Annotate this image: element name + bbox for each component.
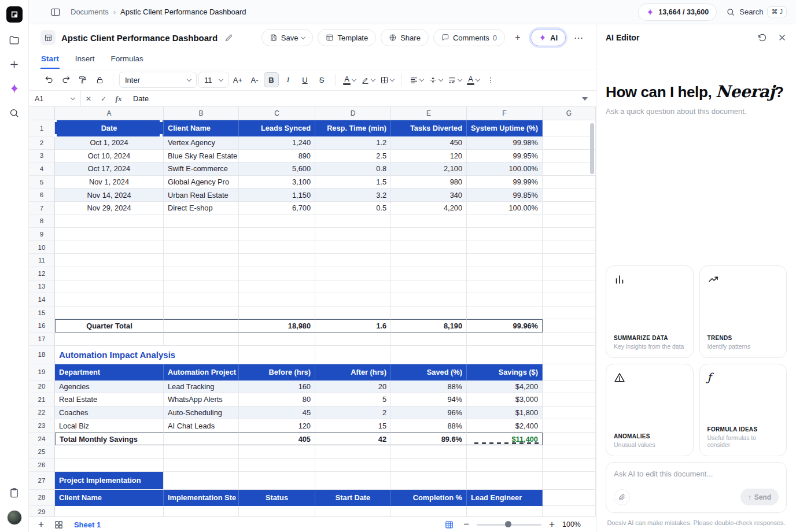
- sidebar-toggle-icon[interactable]: [49, 5, 62, 19]
- cell-E25[interactable]: [391, 445, 467, 459]
- cell-F11[interactable]: [467, 254, 543, 267]
- row-header-10[interactable]: 10: [29, 241, 55, 254]
- cell-A25[interactable]: [55, 445, 164, 459]
- cell-F17[interactable]: [467, 332, 543, 346]
- row-header-1[interactable]: 1: [29, 120, 55, 136]
- cell-E1[interactable]: Tasks Diverted: [391, 120, 467, 136]
- row-header-28[interactable]: 28: [29, 490, 55, 506]
- cell-D2[interactable]: 1.2: [315, 136, 391, 150]
- cell-G12[interactable]: [543, 267, 596, 280]
- cell-B9[interactable]: [164, 228, 239, 241]
- cell-D7[interactable]: 0.5: [315, 202, 391, 215]
- cell-A19[interactable]: Department: [55, 364, 164, 380]
- cell-G19[interactable]: [543, 364, 596, 380]
- row-header-25[interactable]: 25: [29, 445, 55, 459]
- text-wrap-button[interactable]: [446, 72, 463, 87]
- add-button[interactable]: +: [510, 29, 526, 46]
- cell-B6[interactable]: Urban Real Estate: [164, 189, 239, 202]
- cell-E7[interactable]: 4,200: [391, 202, 467, 215]
- cell-F21[interactable]: $3,000: [467, 393, 543, 407]
- row-header-22[interactable]: 22: [29, 407, 55, 420]
- cell-E21[interactable]: 94%: [391, 393, 467, 407]
- cell-A28[interactable]: Client Name: [55, 490, 164, 506]
- cell-G15[interactable]: [543, 306, 596, 320]
- grid-view-icon[interactable]: [442, 518, 456, 531]
- attachment-icon[interactable]: [614, 489, 630, 505]
- cell-A21[interactable]: Real Estate: [55, 393, 164, 407]
- cell-B8[interactable]: [164, 215, 239, 228]
- cell-D21[interactable]: 5: [315, 393, 391, 407]
- cell-A26[interactable]: [55, 459, 164, 472]
- cell-F25[interactable]: [467, 445, 543, 459]
- cell-G2[interactable]: [543, 136, 596, 150]
- row-header-5[interactable]: 5: [29, 176, 55, 189]
- cell-F5[interactable]: 99.99%: [467, 176, 543, 189]
- cell-F27[interactable]: [467, 472, 543, 490]
- cell-G8[interactable]: [543, 215, 596, 228]
- cell-F26[interactable]: [467, 459, 543, 472]
- cell-B7[interactable]: Direct E-shop: [164, 202, 239, 215]
- column-header-B[interactable]: B: [164, 107, 239, 120]
- cell-E16[interactable]: 8,190: [391, 319, 467, 332]
- row-header-15[interactable]: 15: [29, 306, 55, 320]
- files-icon[interactable]: [8, 33, 21, 47]
- cell-D29[interactable]: [315, 506, 391, 516]
- cell-E15[interactable]: [391, 306, 467, 320]
- cell-G25[interactable]: [543, 445, 596, 459]
- cell-C2[interactable]: 1,240: [239, 136, 315, 150]
- cell-B16[interactable]: [164, 319, 239, 332]
- cell-D8[interactable]: [315, 215, 391, 228]
- cell-E14[interactable]: [391, 293, 467, 306]
- row-header-19[interactable]: 19: [29, 364, 55, 380]
- cell-B26[interactable]: [164, 459, 239, 472]
- cell-A16[interactable]: Quarter Total: [55, 319, 164, 332]
- cell-B17[interactable]: [164, 332, 239, 346]
- vertical-scrollbar[interactable]: [590, 123, 594, 174]
- template-button[interactable]: Template: [318, 29, 376, 46]
- cell-G10[interactable]: [543, 241, 596, 254]
- share-button[interactable]: Share: [381, 29, 429, 46]
- formula-input[interactable]: Date: [133, 94, 149, 103]
- cell-C11[interactable]: [239, 254, 315, 267]
- row-header-13[interactable]: 13: [29, 280, 55, 294]
- cell-G21[interactable]: [543, 393, 596, 407]
- cell-C16[interactable]: 18,980: [239, 319, 315, 332]
- row-header-20[interactable]: 20: [29, 380, 55, 394]
- cell-reference-box[interactable]: A1: [29, 91, 81, 106]
- row-header-4[interactable]: 4: [29, 162, 55, 176]
- cell-E3[interactable]: 120: [391, 150, 467, 163]
- cell-F9[interactable]: [467, 228, 543, 241]
- row-header-16[interactable]: 16: [29, 319, 55, 332]
- cell-C25[interactable]: [239, 445, 315, 459]
- text-format-button[interactable]: A: [465, 72, 481, 87]
- cell-G29[interactable]: [543, 506, 596, 516]
- cell-A12[interactable]: [55, 267, 164, 280]
- send-button[interactable]: ↑Send: [740, 489, 779, 505]
- tab-insert[interactable]: Insert: [75, 52, 95, 69]
- cell-E6[interactable]: 340: [391, 189, 467, 202]
- lock-icon[interactable]: [92, 72, 107, 87]
- row-header-17[interactable]: 17: [29, 332, 55, 346]
- cell-D4[interactable]: 0.8: [315, 162, 391, 176]
- font-size-select[interactable]: 11: [198, 72, 229, 88]
- cell-C28[interactable]: Status: [239, 490, 315, 506]
- cell-A10[interactable]: [55, 241, 164, 254]
- search-icon[interactable]: [8, 106, 21, 120]
- strikethrough-button[interactable]: S: [314, 72, 329, 87]
- cell-C26[interactable]: [239, 459, 315, 472]
- cell-A5[interactable]: Nov 1, 2024: [55, 176, 164, 189]
- cell-A23[interactable]: Local Biz: [55, 419, 164, 433]
- new-document-icon[interactable]: [8, 57, 21, 71]
- cell-D9[interactable]: [315, 228, 391, 241]
- cell-A14[interactable]: [55, 293, 164, 306]
- cell-A15[interactable]: [55, 306, 164, 320]
- comments-button[interactable]: Comments 0: [433, 29, 505, 46]
- cell-F16[interactable]: 99.96%: [467, 319, 543, 332]
- cell-C4[interactable]: 5,600: [239, 162, 315, 176]
- cell-C17[interactable]: [239, 332, 315, 346]
- cell-B2[interactable]: Vertex Agency: [164, 136, 239, 150]
- cell-A3[interactable]: Oct 10, 2024: [55, 150, 164, 163]
- cell-E22[interactable]: 96%: [391, 407, 467, 420]
- cell-E28[interactable]: Completion %: [391, 490, 467, 506]
- breadcrumb-documents[interactable]: Documents: [71, 8, 109, 16]
